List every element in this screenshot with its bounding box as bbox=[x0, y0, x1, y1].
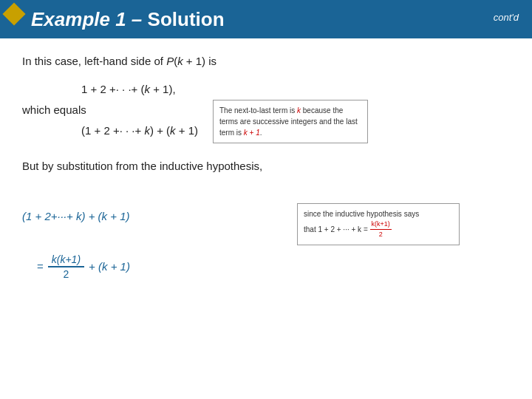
formula-plus-term: + (k + 1) bbox=[89, 260, 130, 273]
formula-area: (1 + 2+···+ k) + (k + 1) since the induc… bbox=[22, 188, 510, 281]
annotation-box-2: since the inductive hypothesis says that… bbox=[297, 203, 460, 245]
contd-label: cont'd bbox=[494, 12, 519, 23]
annotation1-text: The next-to-last term is k because the t… bbox=[219, 106, 358, 137]
title-prefix: Example 1 – bbox=[31, 8, 148, 30]
sum-expression2: (1 + 2 +· · ·+ k) + (k + 1) bbox=[81, 122, 198, 140]
header-bar: Example 1 – Solution cont'd bbox=[0, 0, 532, 38]
formula-row1: (1 + 2+···+ k) + (k + 1) bbox=[22, 210, 130, 222]
title-suffix: Solution bbox=[148, 8, 225, 30]
intro-text: In this case, left-hand side of P(k + 1)… bbox=[22, 53, 510, 70]
page-title: Example 1 – Solution bbox=[31, 8, 225, 31]
formula-fraction: k(k+1) 2 bbox=[48, 253, 84, 281]
but-text: But by substitution from the inductive h… bbox=[22, 157, 510, 175]
main-content: In this case, left-hand side of P(k + 1)… bbox=[0, 38, 532, 399]
equals-sign: = bbox=[37, 260, 44, 273]
annotation-box-1: The next-to-last term is k because the t… bbox=[213, 100, 368, 143]
sum-expression: 1 + 2 +· · ·+ (k + 1), bbox=[81, 81, 510, 98]
